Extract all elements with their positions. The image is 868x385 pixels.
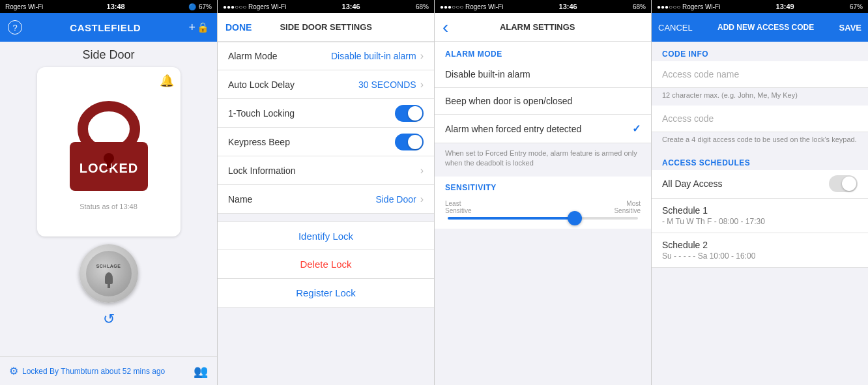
bottom-status-text: ⚙ Locked By Thumbturn about 52 mins ago xyxy=(9,365,165,377)
chevron-icon: › xyxy=(420,193,424,205)
slider-thumb[interactable] xyxy=(568,211,582,225)
panel-side-door-settings: ●●●○○○ Rogers Wi-Fi 13:46 68% DONE SIDE … xyxy=(217,0,434,385)
slider-label-right: MostSensitive xyxy=(614,200,641,214)
settings-item-lock-info[interactable]: Lock Information › xyxy=(218,156,434,185)
toggle-keypress[interactable] xyxy=(395,134,424,150)
help-icon[interactable]: ? xyxy=(8,20,22,35)
settings-item-alarm-mode[interactable]: Alarm Mode Disable built-in alarm › xyxy=(218,42,434,70)
panel-home: Rogers Wi-Fi 13:48 🔵 67% ? CASTLEFIELD +… xyxy=(0,0,217,385)
access-code-field[interactable]: Access code xyxy=(652,106,868,132)
bottom-bar-1: ⚙ Locked By Thumbturn about 52 mins ago … xyxy=(0,356,217,385)
all-day-toggle[interactable] xyxy=(829,175,858,192)
save-button[interactable]: SAVE xyxy=(839,23,861,33)
users-icon[interactable]: 👥 xyxy=(194,364,208,378)
settings-list: Alarm Mode Disable built-in alarm › Auto… xyxy=(218,42,434,214)
slider-label-left: LeastSensitive xyxy=(445,200,472,214)
add-lock-icon[interactable]: + 🔒 xyxy=(188,21,209,35)
battery-1: 🔵 67% xyxy=(188,3,212,10)
alarm-item-forced[interactable]: Alarm when forced entry detected ✓ xyxy=(435,115,651,143)
schedule-1-item[interactable]: Schedule 1 - M Tu W Th F - 08:00 - 17:30 xyxy=(652,199,868,233)
alarm-item-beep[interactable]: Beep when door is open/closed xyxy=(435,88,651,115)
nav-title-1: CASTLEFIELD xyxy=(70,22,141,33)
lock-body: Side Door 🔔 LOCKED Status as of 13:48 SC… xyxy=(0,42,217,356)
status-bar-4: ●●●○○○ Rogers Wi-Fi 13:49 67% xyxy=(652,0,868,13)
status-bar-2: ●●●○○○ Rogers Wi-Fi 13:46 68% xyxy=(218,0,434,13)
nav-bar-3: ‹ ALARM SETTINGS xyxy=(435,13,651,42)
time-4: 13:49 xyxy=(776,3,794,10)
empty-space-3 xyxy=(435,229,651,385)
gear-icon[interactable]: ⚙ xyxy=(9,365,18,377)
time-2: 13:46 xyxy=(342,3,360,10)
code-hint: Create a 4 digit access code to be used … xyxy=(652,132,868,150)
schlage-knob[interactable]: SCHLAGE xyxy=(80,244,138,303)
lock-card[interactable]: 🔔 LOCKED Status as of 13:48 xyxy=(37,67,181,236)
all-day-access-row[interactable]: All Day Access xyxy=(652,170,868,199)
nav-bar-1: ? CASTLEFIELD + 🔒 xyxy=(0,13,217,42)
status-bar-1: Rogers Wi-Fi 13:48 🔵 67% xyxy=(0,0,217,13)
cancel-button[interactable]: CANCEL xyxy=(658,23,693,33)
chevron-icon: › xyxy=(420,165,424,177)
slider-labels: LeastSensitive MostSensitive xyxy=(445,200,641,214)
settings-item-keypress[interactable]: Keypress Beep xyxy=(218,128,434,156)
chevron-icon: › xyxy=(420,50,424,62)
back-button[interactable]: ‹ xyxy=(442,17,448,38)
alarm-item-disable[interactable]: Disable built-in alarm xyxy=(435,61,651,88)
action-section: Identify Lock Delete Lock Register Lock xyxy=(218,221,434,307)
bt-icon-1: 🔵 xyxy=(188,3,196,10)
empty-space-4 xyxy=(652,268,868,385)
bell-icon[interactable]: 🔔 xyxy=(160,74,174,88)
battery-2: 68% xyxy=(416,3,429,10)
checkmark-icon: ✓ xyxy=(632,122,641,135)
done-button[interactable]: DONE xyxy=(225,22,252,33)
lock-name: Side Door xyxy=(82,48,134,62)
access-code-name-field[interactable]: Access code name xyxy=(652,61,868,88)
carrier-2: ●●●○○○ Rogers Wi-Fi xyxy=(223,3,286,10)
schedule-2-item[interactable]: Schedule 2 Su - - - - - Sa 10:00 - 16:00 xyxy=(652,233,868,268)
empty-space-2 xyxy=(218,307,434,385)
nav-title-2: SIDE DOOR SETTINGS xyxy=(280,22,372,32)
name-hint: 12 character max. (e.g. John, Me, My Key… xyxy=(652,88,868,106)
slider-track[interactable] xyxy=(448,217,638,220)
delete-lock-button[interactable]: Delete Lock xyxy=(218,250,434,279)
nav-bar-2: DONE SIDE DOOR SETTINGS xyxy=(218,13,434,42)
panel-add-access-code: ●●●○○○ Rogers Wi-Fi 13:49 67% CANCEL ADD… xyxy=(651,0,868,385)
battery-3: 68% xyxy=(633,3,646,10)
panel-alarm-settings: ●●●○○○ Rogers Wi-Fi 13:46 68% ‹ ALARM SE… xyxy=(434,0,651,385)
carrier-3: ●●●○○○ Rogers Wi-Fi xyxy=(440,3,503,10)
status-bar-3: ●●●○○○ Rogers Wi-Fi 13:46 68% xyxy=(435,0,651,13)
alarm-note: When set to Forced Entry mode, alarm fea… xyxy=(435,143,651,177)
settings-item-auto-lock[interactable]: Auto Lock Delay 30 SECONDS › xyxy=(218,70,434,99)
refresh-icon[interactable]: ↺ xyxy=(103,311,115,328)
slider-fill xyxy=(448,217,571,220)
nav-title-3: ALARM SETTINGS xyxy=(500,22,575,32)
identify-lock-button[interactable]: Identify Lock xyxy=(218,221,434,250)
toggle-1touch[interactable] xyxy=(395,105,424,122)
schlage-inner: SCHLAGE xyxy=(86,251,132,296)
settings-item-name[interactable]: Name Side Door › xyxy=(218,185,434,214)
carrier-1: Rogers Wi-Fi xyxy=(5,3,43,10)
sensitivity-header: SENSITIVITY xyxy=(435,177,651,195)
battery-4: 67% xyxy=(850,3,863,10)
settings-item-1touch[interactable]: 1-Touch Locking xyxy=(218,99,434,128)
svg-rect-4 xyxy=(107,162,111,168)
nav-title-4: ADD NEW ACCESS CODE xyxy=(717,23,814,32)
lock-status-text: Status as of 13:48 xyxy=(80,203,137,210)
slider-section: LeastSensitive MostSensitive xyxy=(435,195,651,229)
nav-bar-4: CANCEL ADD NEW ACCESS CODE SAVE xyxy=(652,13,868,42)
code-info-header: CODE INFO xyxy=(652,42,868,61)
brand-label: SCHLAGE xyxy=(96,264,121,268)
carrier-4: ●●●○○○ Rogers Wi-Fi xyxy=(657,3,720,10)
register-lock-button[interactable]: Register Lock xyxy=(218,279,434,307)
time-3: 13:46 xyxy=(559,3,577,10)
alarm-items: Disable built-in alarm Beep when door is… xyxy=(435,61,651,143)
time-1: 13:48 xyxy=(107,3,125,10)
access-schedules-header: ACCESS SCHEDULES xyxy=(652,150,868,170)
alarm-mode-header: ALARM MODE xyxy=(435,42,651,61)
lock-illustration: LOCKED xyxy=(63,93,154,197)
keyhole-icon xyxy=(105,272,113,284)
chevron-icon: › xyxy=(420,79,424,91)
